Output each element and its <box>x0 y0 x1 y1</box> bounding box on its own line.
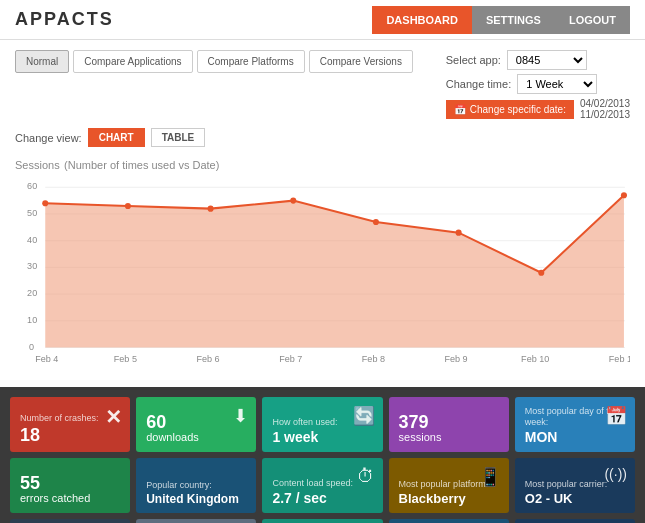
header: APPACTS DASHBOARD SETTINGS LOGOUT <box>0 0 645 40</box>
svg-point-20 <box>456 230 462 236</box>
stat-sessions: 379 sessions <box>389 397 509 452</box>
change-date-label: Change specific date: <box>470 104 566 115</box>
errors-value: 55 <box>20 474 120 492</box>
change-time-label: Change time: <box>446 78 511 90</box>
calendar-icon2: 📅 <box>605 405 627 427</box>
country-value: United Kingdom <box>146 493 246 505</box>
sessions-chart: 60 50 40 30 20 10 0 <box>15 177 630 367</box>
svg-point-21 <box>538 270 544 276</box>
svg-point-16 <box>125 203 131 209</box>
downloads-value: 60 <box>146 413 246 431</box>
stat-carrier: Most popular carrier: O2 - UK ((·)) <box>515 458 635 513</box>
stats-row1: Number of crashes: 18 ✕ 60 downloads ⬇ H… <box>10 397 635 452</box>
svg-text:Feb 11: Feb 11 <box>609 354 630 364</box>
stat-popular-day: Most popular day of the week: MON 📅 <box>515 397 635 452</box>
view-toggle-label: Change view: <box>15 132 82 144</box>
table-view-button[interactable]: TABLE <box>151 128 206 147</box>
load-speed-value: 2.7 / sec <box>272 491 372 505</box>
svg-text:Feb 4: Feb 4 <box>35 354 58 364</box>
mode-compare-platforms[interactable]: Compare Platforms <box>197 50 305 73</box>
svg-text:10: 10 <box>27 315 37 325</box>
platform-value: Blackberry <box>399 492 499 505</box>
right-controls: Select app: 0845 Change time: 1 Week 📅 C… <box>446 50 630 120</box>
chart-container: 60 50 40 30 20 10 0 <box>15 177 630 367</box>
svg-text:40: 40 <box>27 235 37 245</box>
svg-text:Feb 9: Feb 9 <box>444 354 467 364</box>
svg-point-18 <box>290 198 296 204</box>
toolbar: Normal Compare Applications Compare Plat… <box>15 50 630 120</box>
stat-errors: 55 errors catched <box>10 458 130 513</box>
mode-normal[interactable]: Normal <box>15 50 69 73</box>
svg-point-15 <box>42 200 48 206</box>
svg-text:0: 0 <box>29 341 34 351</box>
download-icon: ⬇ <box>233 405 248 427</box>
mode-buttons: Normal Compare Applications Compare Plat… <box>15 50 413 73</box>
stat-how-often: How often used: 1 week 🔄 <box>262 397 382 452</box>
carrier-value: O2 - UK <box>525 492 625 505</box>
phone-icon: 📱 <box>479 466 501 488</box>
stat-events: 1113 events <box>515 519 635 523</box>
svg-text:Feb 10: Feb 10 <box>521 354 549 364</box>
svg-text:Feb 5: Feb 5 <box>114 354 137 364</box>
refresh-icon: 🔄 <box>353 405 375 427</box>
stat-country: Popular country: United Kingdom <box>136 458 256 513</box>
date-row: 📅 Change specific date: 04/02/2013 11/02… <box>446 98 630 120</box>
stat-platform: Most popular platform: Blackberry 📱 <box>389 458 509 513</box>
date-range: 04/02/2013 11/02/2013 <box>580 98 630 120</box>
stat-screen-longest: Screen used the longest: Main <box>389 519 509 523</box>
svg-text:30: 30 <box>27 261 37 271</box>
change-date-button[interactable]: 📅 Change specific date: <box>446 100 574 119</box>
stat-slowest-load: Slowest content load: 2.6 sec ⏱ <box>136 519 256 523</box>
svg-text:Feb 7: Feb 7 <box>279 354 302 364</box>
nav-buttons: DASHBOARD SETTINGS LOGOUT <box>372 6 630 34</box>
crash-icon: ✕ <box>105 405 122 429</box>
stats-row2: 55 errors catched Popular country: Unite… <box>10 458 635 513</box>
stat-session-time: Most popular session time: 10 seconds <box>262 519 382 523</box>
svg-text:20: 20 <box>27 288 37 298</box>
mode-compare-apps[interactable]: Compare Applications <box>73 50 192 73</box>
how-often-value: 1 week <box>272 430 372 444</box>
svg-text:Feb 6: Feb 6 <box>196 354 219 364</box>
main-content: Normal Compare Applications Compare Plat… <box>0 40 645 387</box>
signal-icon: ((·)) <box>604 466 627 482</box>
sessions-value: 379 <box>399 413 499 431</box>
date-end: 11/02/2013 <box>580 109 630 120</box>
downloads-label: downloads <box>146 431 246 444</box>
stats-section: Number of crashes: 18 ✕ 60 downloads ⬇ H… <box>0 387 645 523</box>
errors-label: errors catched <box>20 492 120 505</box>
sessions-sub-label: sessions <box>399 431 499 444</box>
date-start: 04/02/2013 <box>580 98 630 109</box>
stat-most-used-event: Most used event: Main · search <box>10 519 130 523</box>
stat-load-speed: Content load speed: 2.7 / sec ⏱ <box>262 458 382 513</box>
sessions-title: Sessions (Number of times used vs Date) <box>15 155 630 173</box>
country-label: Popular country: <box>146 480 246 491</box>
nav-settings[interactable]: SETTINGS <box>472 6 555 34</box>
time-select[interactable]: 1 Week <box>517 74 597 94</box>
popular-day-value: MON <box>525 430 625 444</box>
timer-icon: ⏱ <box>357 466 375 487</box>
svg-text:50: 50 <box>27 208 37 218</box>
stats-row3: Most used event: Main · search Slowest c… <box>10 519 635 523</box>
svg-text:60: 60 <box>27 181 37 191</box>
logo: APPACTS <box>15 9 114 30</box>
stat-downloads: 60 downloads ⬇ <box>136 397 256 452</box>
chart-view-button[interactable]: CHART <box>88 128 145 147</box>
svg-point-22 <box>621 192 627 198</box>
app-select[interactable]: 0845 <box>507 50 587 70</box>
sessions-subtitle: (Number of times used vs Date) <box>64 159 219 171</box>
nav-logout[interactable]: LOGOUT <box>555 6 630 34</box>
select-app-label: Select app: <box>446 54 501 66</box>
view-toggle: Change view: CHART TABLE <box>15 128 630 147</box>
svg-point-19 <box>373 219 379 225</box>
svg-point-17 <box>208 206 214 212</box>
stat-crashes: Number of crashes: 18 ✕ <box>10 397 130 452</box>
svg-text:Feb 8: Feb 8 <box>362 354 385 364</box>
sessions-label: Sessions <box>15 159 60 171</box>
time-select-row: Change time: 1 Week <box>446 74 630 94</box>
calendar-icon: 📅 <box>454 104 466 115</box>
mode-compare-versions[interactable]: Compare Versions <box>309 50 413 73</box>
nav-dashboard[interactable]: DASHBOARD <box>372 6 472 34</box>
app-select-row: Select app: 0845 <box>446 50 630 70</box>
